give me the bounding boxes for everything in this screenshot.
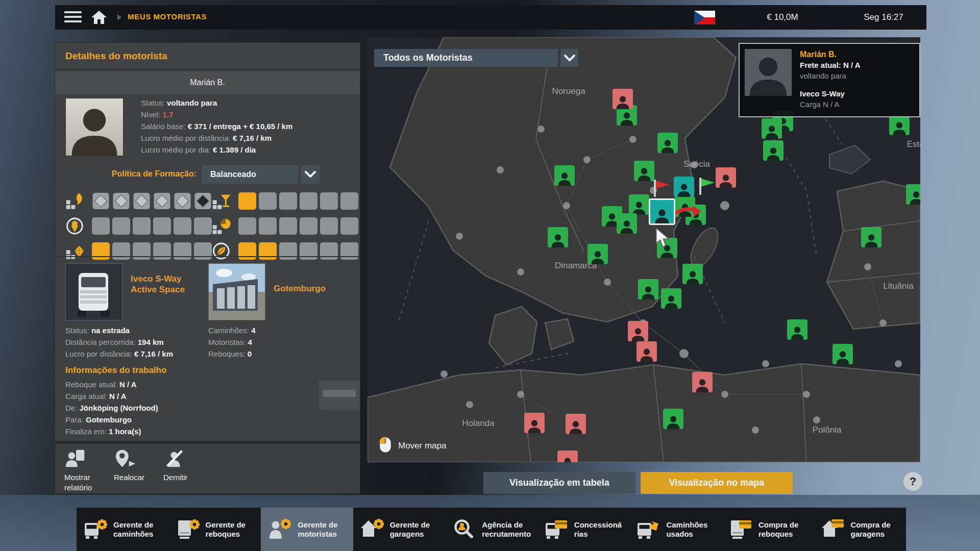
move-map-hint: Mover mapa <box>379 436 446 456</box>
driver-marker[interactable] <box>661 288 681 309</box>
table-view-button[interactable]: Visualização em tabela <box>483 472 635 494</box>
nav-item-gerente-de-motoristas[interactable]: Gerente de motoristas <box>261 508 353 551</box>
divider <box>55 256 360 257</box>
driver-marker[interactable] <box>692 372 713 392</box>
garage-image <box>209 264 265 320</box>
demitir-button[interactable]: Demitir <box>163 448 212 483</box>
gear-icon <box>374 519 384 529</box>
nav-item-gerente-de-reboques[interactable]: Gerente de reboques <box>169 508 261 551</box>
stat-line: Nível: 1.7 <box>141 109 353 120</box>
fragile-icon <box>212 191 233 211</box>
high-value-icon <box>65 241 87 261</box>
stat-line: Carga atual: N / A <box>65 390 351 402</box>
nav-item-compra-de-reboques[interactable]: Compra de reboques <box>722 508 814 551</box>
top-bar: MEUS MOTORISTAS € 10,0M Seg 16:27 <box>55 5 926 30</box>
home-icon[interactable] <box>91 10 107 25</box>
driver-marker[interactable] <box>587 244 608 264</box>
tooltip-driver-portrait <box>745 49 792 96</box>
garage-name-link[interactable]: Gotemburgo <box>274 284 350 294</box>
driver-marker[interactable] <box>832 344 853 364</box>
skill-pip <box>92 217 110 235</box>
driver-marker[interactable] <box>636 341 657 362</box>
help-button[interactable]: ? <box>903 472 922 491</box>
driver-marker[interactable] <box>566 414 586 434</box>
chevron-down-icon[interactable] <box>301 165 320 184</box>
tooltip-cargo: Carga N / A <box>800 99 861 110</box>
card-icon <box>739 520 751 529</box>
driver-marker[interactable] <box>554 165 575 186</box>
adr-class-icon <box>153 192 171 210</box>
driver-marker[interactable] <box>634 161 654 181</box>
gear-icon <box>189 519 200 530</box>
mostrar-relat-rio-button[interactable]: Mostrar relatório <box>64 448 113 492</box>
adr-class-icon <box>92 192 110 210</box>
truck-name-link[interactable]: Iveco S-Way Active Space <box>131 273 205 295</box>
adr-class-icon <box>133 192 151 210</box>
realocar-button[interactable]: Realocar <box>114 448 163 483</box>
drivers-map[interactable]: NoruegaSuéciaDinamarcaHolandaPolôniaLitu… <box>368 37 920 462</box>
skill-pip <box>259 192 277 210</box>
driver-marker[interactable] <box>763 140 783 161</box>
skill-pip <box>133 217 151 235</box>
driver-marker[interactable] <box>548 227 568 247</box>
driver-marker[interactable] <box>628 321 648 341</box>
used-trucks-icon <box>636 518 661 541</box>
gear-icon <box>97 519 107 530</box>
selected-driver-marker[interactable] <box>649 198 675 225</box>
driver-marker[interactable] <box>861 227 881 247</box>
breadcrumb[interactable]: MEUS MOTORISTAS <box>128 12 207 21</box>
driver-marker[interactable] <box>524 413 545 433</box>
garage-thumbnail[interactable] <box>208 263 265 320</box>
nav-item-caminh-es-usados[interactable]: Caminhões usados <box>629 508 722 551</box>
nav-item-compra-de-garagens[interactable]: Compra de garagens <box>814 508 906 551</box>
nav-item-ag-ncia-de-recrutamento[interactable]: Agência de recrutamento <box>445 508 537 551</box>
driver-marker[interactable] <box>906 184 920 205</box>
driver-marker[interactable] <box>716 167 736 188</box>
driver-marker[interactable] <box>889 115 910 135</box>
eco-icon <box>212 241 233 261</box>
menu-icon[interactable] <box>64 11 82 23</box>
tooltip-truck: Iveco S-Way <box>800 88 861 99</box>
map-view-button[interactable]: Visualização no mapa <box>641 472 793 494</box>
skill-pip <box>300 217 317 235</box>
adr-class-icon <box>174 192 191 210</box>
skill-pip <box>279 192 297 210</box>
ets2-driver-manager-screen: MEUS MOTORISTAS € 10,0M Seg 16:27 Detalh… <box>0 0 980 551</box>
nav-item-label: Compra de reboques <box>758 520 807 538</box>
nav-item-gerente-de-garagens[interactable]: Gerente de garagens <box>353 508 446 551</box>
truck-gear-icon <box>84 518 108 541</box>
driver-marker[interactable] <box>557 450 578 462</box>
nav-item-gerente-de-caminh-es[interactable]: Gerente de caminhões <box>77 508 169 551</box>
stat-line: Lucro por distância: € 7,16 / km <box>65 348 173 360</box>
nav-item-label: Compra de garagens <box>851 520 900 538</box>
driver-marker[interactable] <box>762 118 782 139</box>
training-policy-select[interactable]: Balanceado <box>202 165 298 184</box>
truck-stats: Status: na estradaDistância percorrida: … <box>65 324 173 360</box>
long-distance-icon <box>65 216 87 236</box>
skill-pip <box>279 217 297 235</box>
chevron-down-icon[interactable] <box>560 49 578 67</box>
driver-marker[interactable] <box>629 194 649 215</box>
skill-pip <box>340 192 358 210</box>
skills-grid <box>65 191 351 261</box>
card-icon <box>555 520 567 529</box>
truck-thumbnail[interactable] <box>65 263 122 320</box>
driver-marker[interactable] <box>657 133 678 153</box>
adr-class-icon <box>194 192 212 210</box>
driver-details-panel: Detalhes do motorista Marián B. Status: … <box>55 43 360 493</box>
driver-marker[interactable] <box>638 279 658 299</box>
driver-marker[interactable] <box>612 89 633 109</box>
nav-item-label: Caminhões usados <box>666 520 715 538</box>
stat-line: Status: na estrada <box>65 324 173 336</box>
driver-marker[interactable] <box>663 409 683 429</box>
driver-filter-select[interactable]: Todos os Motoristas <box>374 49 558 67</box>
driver-marker[interactable] <box>674 177 694 197</box>
driver-marker[interactable] <box>787 319 807 340</box>
trailer-gear-icon <box>176 518 201 541</box>
skill-pip <box>340 217 358 235</box>
mouse-cursor <box>655 228 670 249</box>
driver-marker[interactable] <box>682 264 703 284</box>
driver-marker[interactable] <box>617 213 637 234</box>
nav-item-concession-rias[interactable]: Concessionárias <box>537 508 630 551</box>
skill-pip <box>259 217 277 235</box>
